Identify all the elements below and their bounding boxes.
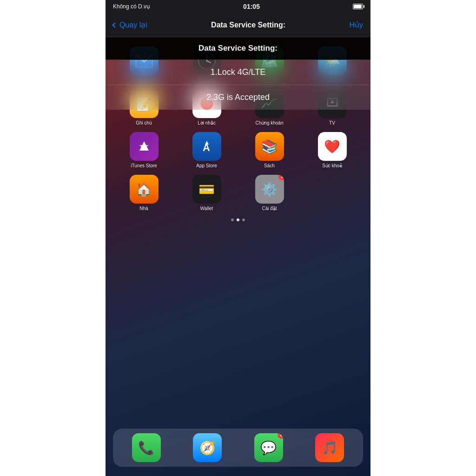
modal-header: Data Service Setting: bbox=[106, 37, 370, 60]
time-display: 01:05 bbox=[243, 3, 260, 10]
battery-indicator bbox=[353, 4, 363, 9]
modal-header-title: Data Service Setting: bbox=[115, 44, 361, 53]
nav-bar: Quay lại Data Service Setting: Hủy bbox=[106, 13, 370, 37]
modal-options-container: 1.Lock 4G/LTE 2.3G is Accepted bbox=[106, 60, 370, 110]
nav-title: Data Service Setting: bbox=[211, 21, 285, 29]
modal-option-1-text: 1.Lock 4G/LTE bbox=[211, 67, 266, 77]
modal-overlay: Data Service Setting: 1.Lock 4G/LTE 2.3G… bbox=[106, 37, 370, 476]
modal-option-2[interactable]: 2.3G is Accepted bbox=[106, 85, 370, 110]
battery-icon bbox=[353, 4, 363, 9]
carrier-text: Không có D.vụ bbox=[113, 3, 150, 10]
status-bar: Không có D.vụ 01:05 bbox=[106, 0, 370, 13]
back-button[interactable]: Quay lại bbox=[113, 20, 147, 29]
phone-frame: Không có D.vụ 01:05 Quay lại Data Servic… bbox=[106, 0, 370, 476]
modal-option-1[interactable]: 1.Lock 4G/LTE bbox=[106, 60, 370, 85]
back-chevron-icon bbox=[112, 22, 117, 27]
modal-option-2-text: 2.3G is Accepted bbox=[206, 93, 270, 102]
cancel-button[interactable]: Hủy bbox=[349, 20, 363, 29]
back-label: Quay lại bbox=[119, 20, 147, 29]
